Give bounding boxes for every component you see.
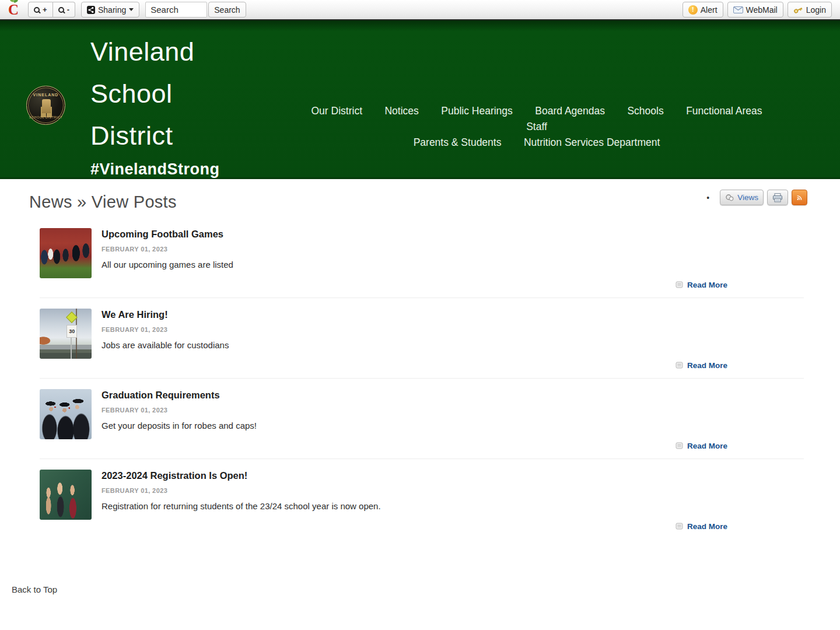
news-item-graduation: Graduation Requirements FEBRUARY 01, 202… — [40, 379, 804, 459]
news-item-text: Graduation Requirements FEBRUARY 01, 202… — [102, 389, 257, 439]
news-title: Graduation Requirements — [102, 390, 257, 401]
page-content: News » View Posts • Views Upcoming Footb… — [0, 181, 840, 630]
alert-label: Alert — [701, 5, 718, 15]
webmail-button[interactable]: WebMail — [727, 2, 783, 18]
site-title-line-2: School — [90, 73, 220, 115]
news-date: FEBRUARY 01, 2023 — [102, 326, 229, 333]
read-more-link[interactable]: Read More — [676, 442, 727, 450]
seal-top-text: VINELAND — [27, 93, 65, 97]
rss-button[interactable] — [792, 190, 807, 205]
site-title[interactable]: Vineland School District #VinelandStrong — [90, 31, 220, 178]
nav-item-functional-areas[interactable]: Functional Areas — [686, 103, 762, 118]
news-thumbnail-graduates[interactable] — [40, 389, 92, 439]
site-hashtag: #VinelandStrong — [90, 160, 220, 178]
news-thumbnail-football-game[interactable] — [40, 228, 92, 278]
alert-button[interactable]: Alert — [682, 2, 723, 18]
sharing-dropdown-button[interactable]: Sharing — [81, 2, 139, 18]
page-icon — [676, 281, 683, 288]
read-more-label: Read More — [687, 522, 727, 531]
readmore-row: Read More — [40, 280, 804, 290]
news-description: Get your deposits in for robes and caps! — [102, 421, 257, 430]
back-to-top-link[interactable]: Back to Top — [12, 584, 57, 594]
main-navigation: Our District Notices Public Hearings Boa… — [280, 103, 793, 150]
webmail-label: WebMail — [746, 5, 778, 15]
nav-item-parents-students[interactable]: Parents & Students — [414, 135, 502, 150]
speed-sign-art: 30 — [66, 325, 77, 338]
zoom-button-group: + - — [28, 2, 75, 18]
news-item-hiring: 30 We Are Hiring! FEBRUARY 01, 2023 Jobs… — [40, 298, 804, 379]
read-more-link[interactable]: Read More — [676, 522, 727, 531]
magnifier-icon — [34, 7, 40, 13]
envelope-icon — [733, 6, 743, 13]
views-button[interactable]: Views — [720, 190, 764, 205]
news-item-text: We Are Hiring! FEBRUARY 01, 2023 Jobs ar… — [102, 309, 229, 359]
nav-item-schools[interactable]: Schools — [627, 103, 663, 118]
nav-item-public-hearings[interactable]: Public Hearings — [441, 103, 513, 118]
login-label: Login — [806, 5, 826, 15]
readmore-row: Read More — [40, 360, 804, 371]
seal-bottom-text: SCHOOL DISTRICT — [27, 116, 65, 119]
news-item-body: Upcoming Football Games FEBRUARY 01, 202… — [40, 228, 804, 278]
news-list: Upcoming Football Games FEBRUARY 01, 202… — [40, 223, 804, 539]
magnifier-icon — [58, 7, 64, 13]
news-item-registration: 2023-2024 Registration Is Open! FEBRUARY… — [40, 459, 804, 539]
page-icon — [676, 523, 683, 530]
zoom-in-button[interactable]: + — [28, 2, 53, 18]
printer-icon — [772, 193, 783, 202]
sign-pole-art — [71, 338, 72, 359]
nav-row-2: Parents & Students Nutrition Services De… — [280, 135, 793, 150]
search-button[interactable]: Search — [208, 2, 246, 18]
nav-item-notices[interactable]: Notices — [384, 103, 418, 118]
site-title-line-3: District — [90, 115, 220, 157]
news-title: 2023-2024 Registration Is Open! — [102, 470, 381, 481]
sharing-label: Sharing — [98, 5, 126, 15]
search-input[interactable] — [145, 2, 207, 18]
zoom-out-button[interactable]: - — [53, 2, 75, 18]
zoom-out-label: - — [67, 5, 69, 14]
news-item-text: 2023-2024 Registration Is Open! FEBRUARY… — [102, 470, 381, 520]
news-title: We Are Hiring! — [102, 309, 229, 320]
news-description: Jobs are available for custodians — [102, 340, 229, 350]
read-more-label: Read More — [687, 361, 727, 370]
news-item-text: Upcoming Football Games FEBRUARY 01, 202… — [102, 228, 233, 278]
news-item-football: Upcoming Football Games FEBRUARY 01, 202… — [40, 223, 804, 298]
news-item-body: 2023-2024 Registration Is Open! FEBRUARY… — [40, 470, 804, 520]
news-title: Upcoming Football Games — [102, 229, 233, 240]
read-more-label: Read More — [687, 281, 727, 289]
alert-icon — [688, 5, 698, 15]
district-seal-logo[interactable]: VINELAND SCHOOL DISTRICT — [26, 86, 65, 125]
nav-row-1: Our District Notices Public Hearings Boa… — [280, 103, 793, 135]
toolbar-right-group: Alert WebMail Login — [682, 2, 832, 18]
news-thumbnail-raised-hands[interactable] — [40, 470, 92, 520]
readmore-row: Read More — [40, 441, 804, 452]
login-button[interactable]: Login — [788, 2, 832, 18]
news-thumbnail-school-zone-sign[interactable]: 30 — [40, 309, 92, 359]
news-item-body: 30 We Are Hiring! FEBRUARY 01, 2023 Jobs… — [40, 309, 804, 359]
readmore-row: Read More — [40, 522, 804, 532]
nav-item-board-agendas[interactable]: Board Agendas — [535, 103, 605, 118]
read-more-link[interactable]: Read More — [676, 361, 727, 370]
news-date: FEBRUARY 01, 2023 — [102, 407, 257, 414]
search-button-label: Search — [214, 5, 240, 15]
crossing-sign-art — [66, 312, 78, 323]
nav-item-nutrition-services[interactable]: Nutrition Services Department — [524, 135, 660, 150]
nav-item-staff[interactable]: Staff — [526, 119, 547, 134]
site-header: VINELAND SCHOOL DISTRICT Vineland School… — [0, 20, 840, 179]
edlio-apple-logo-icon: C — [8, 2, 19, 17]
read-more-label: Read More — [687, 442, 727, 450]
news-description: All our upcoming games are listed — [102, 260, 233, 270]
key-icon — [792, 4, 804, 15]
read-more-link[interactable]: Read More — [676, 281, 727, 289]
page-icon — [676, 442, 683, 449]
nav-item-our-district[interactable]: Our District — [312, 103, 363, 118]
zoom-in-label: + — [43, 5, 47, 14]
print-button[interactable] — [767, 190, 788, 205]
chevron-down-icon — [129, 8, 134, 11]
rss-icon — [797, 194, 802, 202]
news-date: FEBRUARY 01, 2023 — [102, 246, 233, 253]
news-description: Registration for returning students of t… — [102, 501, 381, 511]
page-tools: • Views — [706, 190, 807, 205]
page-title-breadcrumb: News » View Posts — [29, 192, 177, 212]
news-item-body: Graduation Requirements FEBRUARY 01, 202… — [40, 389, 804, 439]
list-bullet: • — [706, 193, 709, 202]
